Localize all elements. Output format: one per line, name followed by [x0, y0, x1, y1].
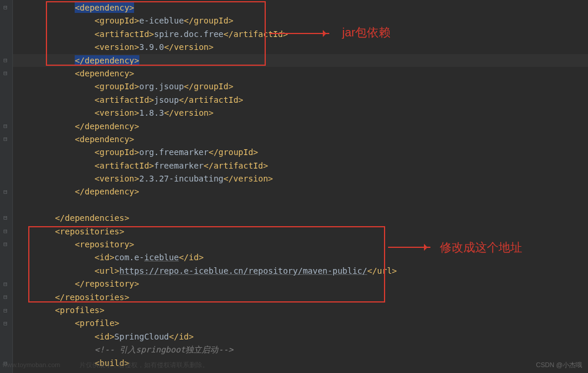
- fold-marker-icon[interactable]: ⊟: [4, 133, 8, 146]
- indent: [15, 187, 75, 196]
- code-line[interactable]: <profile>: [13, 317, 588, 330]
- xml-text: e-iceblue: [139, 16, 184, 25]
- code-line[interactable]: <url>https://repo.e-iceblue.cn/repositor…: [13, 264, 588, 277]
- code-line[interactable]: <version>2.3.27-incubating</version>: [13, 172, 588, 185]
- fold-marker-icon[interactable]: ⊟: [4, 317, 8, 330]
- fold-marker-icon[interactable]: ⊟: [4, 238, 8, 251]
- indent: [15, 293, 55, 302]
- indent: [15, 253, 95, 262]
- code-line[interactable]: <version>1.8.3</version>: [13, 106, 588, 119]
- indent: [15, 135, 75, 144]
- xml-tag: <artifactId>: [95, 161, 154, 170]
- xml-text: org.freemarker: [139, 147, 209, 157]
- annotation-arrow-icon: [269, 33, 329, 34]
- code-line[interactable]: </dependency>: [13, 120, 588, 133]
- code-line[interactable]: </dependency>: [13, 185, 588, 198]
- fold-marker-icon[interactable]: ⊟: [4, 278, 8, 291]
- gutter: ⊟ ⊟ ⊟ ⊟ ⊟ ⊟ ⊟ ⊟ ⊟ ⊟ ⊟ ⊟ ⊟ ⊟: [0, 0, 13, 373]
- code-line-active[interactable]: </dependency>: [13, 54, 588, 67]
- xml-tag-close: </dependency>: [75, 122, 139, 131]
- xml-tag: <groupId>: [95, 16, 139, 25]
- indent: [15, 147, 95, 157]
- indent: [15, 3, 75, 12]
- indent: [15, 279, 75, 288]
- xml-text: 1.8.3: [139, 108, 164, 117]
- xml-tag: <artifactId>: [95, 29, 154, 39]
- xml-tag-open: <dependency>: [75, 2, 134, 13]
- xml-tag-open: <profiles>: [55, 305, 104, 315]
- code-line[interactable]: <!-- 引入springboot独立启动-->: [13, 343, 588, 356]
- code-line[interactable]: </dependencies>: [13, 211, 588, 224]
- indent: [15, 345, 95, 354]
- fold-marker-icon[interactable]: ⊟: [4, 54, 8, 67]
- watermark: CSDN @小杰哦: [536, 361, 582, 369]
- xml-text: 3.9.0: [139, 42, 164, 52]
- fold-marker-icon[interactable]: ⊟: [4, 67, 8, 80]
- xml-url: https://repo.e-iceblue.cn/repository/mav…: [119, 266, 367, 275]
- indent: [15, 305, 55, 315]
- xml-tag: </groupId>: [209, 147, 258, 157]
- code-line[interactable]: <artifactId>jsoup</artifactId>: [13, 93, 588, 106]
- code-line[interactable]: </repositories>: [13, 291, 588, 304]
- xml-tag-open: <dependency>: [75, 135, 134, 144]
- xml-tag: <id>: [95, 332, 115, 341]
- indent: [15, 266, 95, 275]
- xml-tag: </version>: [223, 174, 273, 183]
- xml-text: com.e-: [115, 253, 145, 262]
- fold-marker-icon[interactable]: ⊟: [4, 1, 8, 14]
- indent: [15, 69, 75, 78]
- xml-tag: <url>: [95, 266, 119, 275]
- xml-tag: <groupId>: [95, 82, 139, 91]
- indent: [15, 240, 75, 249]
- xml-text: 2.3.27-incubating: [139, 174, 223, 183]
- fold-marker-icon[interactable]: ⊟: [4, 304, 8, 317]
- xml-text: SpringCloud: [115, 332, 169, 341]
- xml-tag: <groupId>: [95, 147, 139, 157]
- code-line[interactable]: <groupId>e-iceblue</groupId>: [13, 14, 588, 27]
- code-content[interactable]: <dependency> <groupId>e-iceblue</groupId…: [13, 0, 588, 373]
- indent: [15, 108, 95, 117]
- xml-tag-open: <profile>: [75, 318, 119, 328]
- xml-tag: </groupId>: [184, 16, 233, 25]
- xml-tag-open: <repository>: [75, 240, 134, 249]
- code-line[interactable]: <artifactId>freemarker</artifactId>: [13, 159, 588, 172]
- code-line[interactable]: <groupId>org.freemarker</groupId>: [13, 146, 588, 159]
- code-line[interactable]: <version>3.9.0</version>: [13, 41, 588, 53]
- code-line[interactable]: <groupId>org.jsoup</groupId>: [13, 80, 588, 93]
- code-line[interactable]: <dependency>: [13, 133, 588, 146]
- xml-tag-open: <dependency>: [75, 69, 134, 78]
- xml-tag: </artifactId>: [203, 161, 268, 170]
- annotation-label: jar包依赖: [342, 25, 390, 41]
- fold-marker-icon[interactable]: ⊟: [4, 225, 8, 238]
- code-line[interactable]: <id>SpringCloud</id>: [13, 330, 588, 343]
- fold-marker-icon[interactable]: ⊟: [4, 120, 8, 133]
- indent: [15, 318, 75, 328]
- xml-tag-close: </repository>: [75, 279, 139, 288]
- code-line[interactable]: <dependency>: [13, 1, 588, 14]
- code-line-empty[interactable]: [13, 199, 588, 211]
- fold-marker-icon[interactable]: ⊟: [4, 291, 8, 304]
- xml-tag: </version>: [164, 108, 213, 117]
- indent: [15, 213, 55, 223]
- indent: [15, 82, 95, 91]
- xml-tag: <version>: [95, 42, 139, 52]
- annotation-label: 修改成这个地址: [440, 240, 522, 256]
- xml-text: freemarker: [154, 161, 203, 170]
- indent: [15, 174, 95, 183]
- xml-tag: </id>: [169, 332, 193, 341]
- annotation-arrow-icon: [388, 247, 430, 248]
- indent: [15, 95, 95, 105]
- indent: [15, 227, 55, 236]
- code-line[interactable]: </repository>: [13, 277, 588, 290]
- code-line[interactable]: <profiles>: [13, 304, 588, 317]
- xml-tag: </groupId>: [184, 82, 233, 91]
- code-line[interactable]: <dependency>: [13, 67, 588, 80]
- code-line[interactable]: <repositories>: [13, 225, 588, 238]
- code-editor[interactable]: ⊟ ⊟ ⊟ ⊟ ⊟ ⊟ ⊟ ⊟ ⊟ ⊟ ⊟ ⊟ ⊟ ⊟ <dependency>…: [0, 0, 588, 373]
- fold-marker-icon[interactable]: ⊟: [4, 211, 8, 224]
- xml-tag: </id>: [179, 253, 203, 262]
- xml-tag-close: </dependencies>: [55, 213, 129, 223]
- xml-tag-close: </dependency>: [75, 55, 139, 66]
- fold-marker-icon[interactable]: ⊟: [4, 186, 8, 199]
- xml-text: jsoup: [154, 95, 179, 105]
